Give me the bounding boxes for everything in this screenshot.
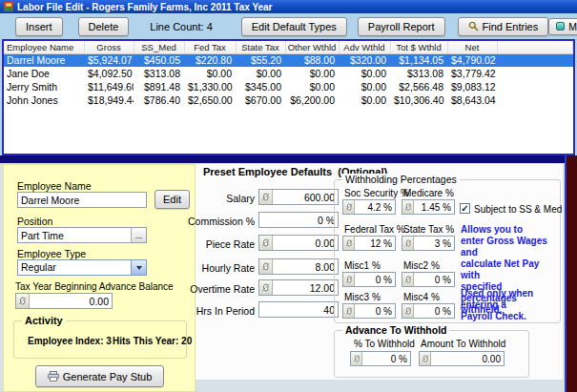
employee-type-value: Regular: [18, 260, 131, 275]
cell-other-wthld: $6,200.00: [285, 93, 339, 107]
col-header-net[interactable]: Net: [447, 41, 497, 53]
edit-default-types-button[interactable]: Edit Default Types: [241, 17, 347, 36]
title-bar: Labor File Edit - Rogers Family Farms, I…: [0, 0, 577, 13]
employee-name-label: Employee Name: [17, 180, 92, 192]
find-entries-button[interactable]: Find Entries: [458, 17, 549, 36]
col-header-ss-med[interactable]: SS_Med: [134, 41, 184, 53]
cell-gross: $18,949.44: [84, 93, 134, 107]
mouse-spinner-icon[interactable]: [351, 352, 362, 365]
misc3-label: Misc3 %: [344, 292, 381, 302]
generate-pay-stub-button[interactable]: Generate Pay Stub: [35, 365, 164, 387]
magnifier-icon: [468, 21, 479, 31]
col-header-state-tax[interactable]: State Tax: [236, 41, 285, 53]
employee-type-combo[interactable]: Regular: [17, 259, 147, 276]
mouse-spinner-icon[interactable]: [16, 294, 30, 308]
cell-gross: $11,649.60: [84, 80, 134, 93]
medicare-input[interactable]: [414, 200, 454, 214]
min-button[interactable]: Min: [548, 18, 577, 35]
col-header-tot-wthld[interactable]: Tot $ Wthld: [390, 41, 447, 53]
overtime-rate-input[interactable]: [273, 280, 338, 295]
soc-security-field: [342, 199, 396, 215]
table-row[interactable]: Darrel Moore $5,924.07 $450.05 $220.80 $…: [4, 53, 573, 67]
cell-state-tax: $670.00: [236, 93, 285, 107]
payroll-report-button[interactable]: Payroll Report: [358, 17, 445, 36]
state-tax-field: [402, 236, 455, 251]
misc4-label: Misc4 %: [403, 292, 440, 302]
cell-tot-wthld: $313.08: [390, 67, 447, 80]
subject-ss-med-checkbox[interactable]: ✓: [460, 203, 470, 214]
mouse-spinner-icon[interactable]: [402, 304, 414, 318]
cell-employee-name: Darrel Moore: [4, 53, 84, 67]
cell-other-wthld: $88.00: [285, 53, 339, 67]
cell-tot-wthld: $2,566.48: [390, 80, 447, 93]
medicare-label: Medicare %: [403, 188, 454, 198]
cell-tot-wthld: $10,306.40: [390, 93, 447, 107]
misc3-field: [342, 303, 396, 319]
piece-rate-input[interactable]: [273, 236, 338, 250]
soc-security-input[interactable]: [355, 200, 395, 214]
mouse-spinner-icon[interactable]: [259, 190, 273, 204]
col-header-gross[interactable]: Gross: [84, 41, 134, 53]
chevron-down-icon[interactable]: [131, 260, 146, 275]
employee-type-label: Employee Type: [17, 248, 86, 259]
delete-button[interactable]: Delete: [78, 17, 130, 36]
salary-field: [258, 189, 339, 205]
col-header-employee-name[interactable]: Employee Name: [4, 41, 84, 53]
mouse-spinner-icon[interactable]: [402, 200, 414, 214]
table-row[interactable]: John Jones $18,949.44 $786.40 $2,650.00 …: [4, 93, 573, 107]
employee-detail-panel: Employee Name Edit Position ... Employee…: [3, 164, 196, 392]
amount-to-withhold-input[interactable]: [431, 352, 504, 365]
col-header-other-wthld[interactable]: Other Wthld: [285, 41, 339, 53]
table-row[interactable]: Jerry Smith $11,649.60 $891.48 $1,330.00…: [4, 80, 573, 93]
federal-tax-input[interactable]: [355, 237, 395, 250]
misc4-input[interactable]: [414, 304, 454, 318]
col-header-fed-tax[interactable]: Fed Tax: [184, 41, 236, 53]
generate-pay-stub-label: Generate Pay Stub: [63, 371, 153, 382]
mouse-spinner-icon[interactable]: [402, 273, 414, 286]
hourly-rate-input[interactable]: [273, 259, 338, 274]
mouse-spinner-icon[interactable]: [259, 259, 273, 274]
overtime-rate-label: Overtime Rate: [182, 283, 255, 295]
cell-net: $3,779.42: [447, 67, 497, 80]
cell-state-tax: $55.20: [236, 53, 285, 67]
table-row[interactable]: Jane Doe $4,092.50 $313.08 $0.00 $0.00 $…: [4, 67, 573, 80]
mouse-spinner-icon[interactable]: [259, 236, 273, 250]
state-tax-input[interactable]: [414, 237, 454, 250]
advance-balance-input[interactable]: [30, 294, 112, 308]
cell-net: $8,643.04: [447, 93, 497, 107]
cell-other-wthld: $0.00: [285, 80, 339, 93]
mouse-spinner-icon[interactable]: [343, 237, 355, 250]
printer-icon: [48, 371, 59, 382]
mouse-spinner-icon[interactable]: [343, 304, 355, 318]
amount-to-withhold-field: [419, 351, 505, 366]
position-input[interactable]: [18, 228, 131, 242]
hourly-rate-field: [258, 258, 339, 275]
col-header-adv-wthld[interactable]: Adv Wthld: [339, 41, 390, 53]
mouse-spinner-icon[interactable]: [259, 280, 273, 295]
mouse-spinner-icon[interactable]: [402, 237, 414, 250]
amount-to-withhold-label: Amount To Withhold: [421, 339, 505, 349]
advance-balance-field: [15, 293, 113, 309]
mouse-spinner-icon[interactable]: [343, 273, 355, 286]
employee-name-input[interactable]: [17, 192, 147, 208]
misc3-input[interactable]: [355, 304, 395, 318]
cell-adv-wthld: $0.00: [339, 80, 390, 93]
misc2-input[interactable]: [414, 273, 454, 286]
insert-button[interactable]: Insert: [15, 17, 63, 36]
commission-input[interactable]: [258, 212, 339, 228]
cell-net: $4,790.02: [447, 53, 497, 67]
misc1-input[interactable]: [355, 273, 395, 286]
mouse-spinner-icon[interactable]: [420, 352, 431, 365]
salary-input[interactable]: [273, 190, 338, 204]
employee-table: Employee Name Gross SS_Med Fed Tax State…: [2, 39, 575, 155]
mouse-spinner-icon[interactable]: [343, 200, 355, 214]
hrs-in-period-input[interactable]: [258, 301, 339, 318]
position-browse-button[interactable]: ...: [131, 228, 146, 242]
cell-ss-med: $786.40: [134, 93, 184, 107]
pct-to-withhold-input[interactable]: [362, 352, 410, 365]
cell-filler: [497, 93, 573, 107]
cell-filler: [497, 67, 573, 80]
labor-file-edit-window: Labor File Edit - Rogers Family Farms, I…: [0, 0, 577, 392]
cell-fed-tax: $2,650.00: [184, 93, 236, 107]
edit-button[interactable]: Edit: [155, 190, 190, 209]
